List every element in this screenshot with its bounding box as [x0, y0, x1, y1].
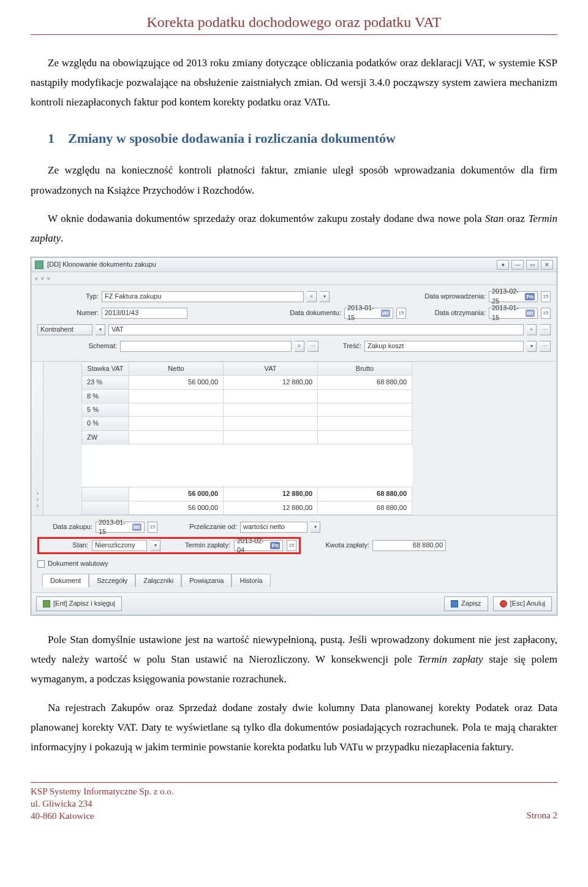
- table-row[interactable]: 8 %: [82, 389, 412, 403]
- przeliczanie-select[interactable]: wartości netto: [240, 522, 307, 533]
- data-otrzymania-label: Data otrzymania:: [424, 308, 486, 318]
- button-label: [Esc] Anuluj: [510, 599, 545, 608]
- cell[interactable]: 68 880,00: [318, 376, 412, 389]
- chevron-down-icon[interactable]: v: [35, 275, 41, 283]
- table-row[interactable]: ZW: [82, 430, 412, 444]
- schemat-input[interactable]: [120, 341, 292, 352]
- termin-zaplaty-input[interactable]: 2013-02-04Pn: [234, 540, 283, 551]
- calendar-icon[interactable]: 15: [287, 540, 296, 551]
- vat-table: Stawka VAT Netto VAT Brutto 23 %56 000,0…: [81, 362, 412, 515]
- stan-dropdown-icon[interactable]: ▾: [151, 540, 160, 551]
- cell[interactable]: [318, 403, 412, 417]
- cell: 5 %: [82, 403, 129, 417]
- value-ref: Nierozliczony: [249, 653, 307, 665]
- page-number: Strona 2: [527, 809, 557, 822]
- total-brutto: 68 880,00: [318, 487, 412, 501]
- calendar-icon[interactable]: 15: [396, 308, 406, 319]
- table-row[interactable]: 5 %: [82, 403, 412, 417]
- kontrahent-input[interactable]: VAT: [108, 324, 524, 335]
- tab-szczegoly[interactable]: Szczegóły: [89, 574, 135, 587]
- text: Pole: [48, 634, 70, 645]
- tresc-browse-icon[interactable]: ⋯: [540, 341, 551, 352]
- cell[interactable]: [224, 389, 318, 403]
- chevron-down-icon[interactable]: v: [41, 275, 47, 283]
- data-wprowadzenia-label: Data wprowadzenia:: [418, 292, 486, 301]
- data-otrzymania-input[interactable]: 2013-01-15Wt: [489, 308, 538, 319]
- numer-input[interactable]: 2013/01/43: [102, 308, 187, 319]
- tab-dokument[interactable]: Dokument: [42, 574, 89, 587]
- cancel-button[interactable]: [Esc] Anuluj: [493, 596, 552, 611]
- data-dokumentu-input[interactable]: 2013-01-15Wt: [344, 308, 393, 319]
- kontrahent-list-icon[interactable]: ≡: [527, 324, 537, 335]
- cell[interactable]: [129, 430, 224, 444]
- text: ustawić na: [190, 653, 249, 665]
- date-value: 2013-02-04: [237, 536, 269, 555]
- highlight-box: Stan: Nierozliczony ▾ Termin zapłaty: 20…: [37, 537, 301, 554]
- col-netto[interactable]: Netto: [129, 362, 224, 375]
- app-window: [DD] Klonowanie dokumentu zakupu ▾ — ▭ ✕…: [31, 257, 557, 615]
- typ-input[interactable]: FZ Faktura zakupu: [102, 291, 304, 302]
- dokument-walutowy-checkbox[interactable]: [37, 560, 45, 568]
- day-tag: Wt: [132, 523, 142, 531]
- kwota-zaplaty-input[interactable]: 68 880,00: [372, 540, 446, 551]
- disk-icon: [451, 600, 458, 607]
- cell[interactable]: [129, 417, 224, 430]
- minimize-button[interactable]: —: [511, 260, 524, 270]
- kontrahent-browse-icon[interactable]: ⋯: [540, 324, 551, 335]
- col-brutto[interactable]: Brutto: [318, 362, 412, 375]
- tab-historia[interactable]: Historia: [232, 574, 270, 587]
- calendar-icon[interactable]: 15: [148, 522, 157, 533]
- table-row[interactable]: 0 %: [82, 417, 412, 430]
- text: oraz: [503, 213, 528, 224]
- post-image-para-1: Pole Stan domyślnie ustawione jest na wa…: [31, 630, 557, 690]
- save-button[interactable]: Zapisz: [444, 596, 488, 611]
- col-stawka[interactable]: Stawka VAT: [82, 362, 129, 375]
- text: . W konsekwencji pole: [307, 653, 418, 665]
- titlebar: [DD] Klonowanie dokumentu zakupu ▾ — ▭ ✕: [31, 257, 557, 272]
- tresc-input[interactable]: Zakup koszt: [364, 341, 524, 352]
- schemat-browse-icon[interactable]: ⋯: [307, 341, 318, 352]
- stan-select[interactable]: Nierozliczony: [92, 540, 147, 551]
- schemat-list-icon[interactable]: ≡: [295, 341, 304, 352]
- kontrahent-dropdown-icon[interactable]: ▾: [96, 324, 105, 335]
- app-icon: [35, 261, 43, 269]
- chevron-right-icon[interactable]: ›: [37, 503, 39, 509]
- calendar-icon[interactable]: 15: [541, 308, 551, 319]
- table-row[interactable]: 23 %56 000,0012 880,0068 880,00: [82, 376, 412, 389]
- day-tag: Pn: [270, 542, 280, 550]
- tab-powiazania[interactable]: Powiązania: [181, 574, 232, 587]
- sum-vat: 12 880,00: [224, 501, 318, 514]
- maximize-button[interactable]: ▭: [526, 260, 538, 270]
- cell[interactable]: [318, 389, 412, 403]
- cell[interactable]: [129, 403, 224, 417]
- date-value: 2013-01-15: [347, 303, 380, 322]
- tresc-dropdown-icon[interactable]: ▾: [527, 341, 537, 352]
- cell[interactable]: [318, 417, 412, 430]
- typ-dropdown-chevron-icon[interactable]: ▾: [320, 291, 330, 302]
- typ-dropdown-icon[interactable]: ≡: [307, 291, 317, 302]
- tab-zalaczniki[interactable]: Załączniki: [135, 574, 181, 587]
- save-and-book-button[interactable]: [Ent] Zapisz i księguj: [36, 596, 122, 611]
- section-number: 1: [48, 131, 55, 146]
- col-vat[interactable]: VAT: [224, 362, 318, 375]
- cell[interactable]: 56 000,00: [129, 376, 224, 389]
- cell[interactable]: 12 880,00: [224, 376, 318, 389]
- date-value: 2013-01-15: [99, 518, 131, 537]
- data-wprowadzenia-input[interactable]: 2013-02-25Pn: [489, 291, 538, 302]
- cell[interactable]: [224, 403, 318, 417]
- cell: ZW: [82, 430, 129, 444]
- cell[interactable]: [129, 389, 224, 403]
- header-rule: [31, 34, 557, 35]
- cell: 0 %: [82, 417, 129, 430]
- cell[interactable]: [224, 430, 318, 444]
- cell[interactable]: [224, 417, 318, 430]
- chevron-down-icon[interactable]: v: [47, 275, 53, 283]
- text: W oknie dodawania dokumentów sprzedaży o…: [48, 213, 485, 224]
- cell[interactable]: [318, 430, 412, 444]
- dropdown-button[interactable]: ▾: [497, 260, 509, 270]
- data-zakupu-input[interactable]: 2013-01-15Wt: [96, 522, 145, 533]
- left-gutter: › › ›: [32, 362, 43, 515]
- close-button[interactable]: ✕: [541, 260, 553, 270]
- calendar-icon[interactable]: 15: [541, 291, 551, 302]
- przeliczanie-dropdown-icon[interactable]: ▾: [311, 522, 320, 533]
